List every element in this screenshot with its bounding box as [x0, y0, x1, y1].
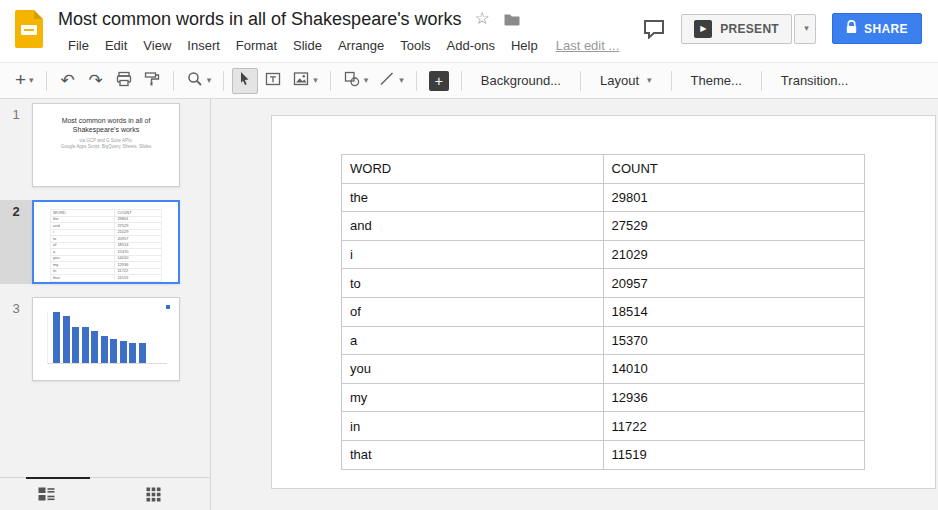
table-row: a15370 — [342, 326, 865, 355]
table-cell[interactable]: to — [342, 269, 604, 298]
table-cell[interactable]: of — [342, 297, 604, 326]
content-area: 1 Most common words in all of Shakespear… — [0, 99, 938, 510]
table-row: of18514 — [342, 297, 865, 326]
table-cell[interactable]: 11722 — [603, 412, 865, 441]
view-switcher-bar — [0, 477, 210, 510]
table-cell[interactable]: 18514 — [603, 297, 865, 326]
menu-view[interactable]: View — [135, 35, 179, 56]
table-cell[interactable]: 27529 — [603, 212, 865, 241]
slide-thumbnail-row-3[interactable]: 3 — [0, 297, 210, 381]
play-icon: ▶ — [694, 20, 712, 38]
chevron-down-icon: ▾ — [804, 24, 809, 33]
transition-button[interactable]: Transition... — [769, 68, 860, 94]
undo-button[interactable]: ↶ — [55, 68, 81, 94]
chart-bar — [101, 336, 108, 363]
last-edit-link[interactable]: Last edit ... — [556, 38, 620, 53]
table-body: the29801and27529i21029to20957of18514a153… — [342, 183, 865, 469]
chevron-down-icon: ▾ — [29, 76, 34, 85]
folder-icon[interactable] — [503, 12, 521, 27]
table-cell[interactable]: that — [342, 440, 604, 469]
table-cell[interactable]: 14010 — [603, 355, 865, 384]
star-icon[interactable]: ☆ — [475, 10, 490, 27]
menu-add-ons[interactable]: Add-ons — [439, 35, 503, 56]
column-header-word[interactable]: WORD — [342, 155, 604, 184]
table-row: to20957 — [342, 269, 865, 298]
slide-1-number: 1 — [0, 103, 32, 187]
theme-button[interactable]: Theme... — [679, 68, 754, 94]
menu-slide[interactable]: Slide — [285, 35, 330, 56]
word-count-table[interactable]: WORD COUNT the29801and27529i21029to20957… — [341, 154, 865, 470]
slide-2-thumbnail[interactable]: WORD COUNT the29801and27529i21029to20957… — [32, 200, 180, 284]
print-button[interactable] — [111, 68, 137, 94]
share-label: SHARE — [864, 22, 908, 36]
select-tool-button[interactable] — [232, 68, 258, 94]
slides-logo[interactable] — [15, 10, 43, 48]
table-cell[interactable]: in — [342, 412, 604, 441]
filmstrip-view-button[interactable] — [38, 487, 55, 505]
cursor-icon — [236, 70, 254, 92]
menu-help[interactable]: Help — [503, 35, 546, 56]
table-cell[interactable]: 20957 — [603, 269, 865, 298]
layout-label: Layout — [600, 73, 639, 88]
menu-arrange[interactable]: Arrange — [330, 35, 392, 56]
table-cell[interactable]: a — [342, 326, 604, 355]
table-cell[interactable]: you — [342, 355, 604, 384]
column-header-count[interactable]: COUNT — [603, 155, 865, 184]
shape-tool-button[interactable]: ▾ — [339, 68, 373, 94]
undo-icon: ↶ — [61, 72, 75, 89]
table-cell[interactable]: and — [342, 212, 604, 241]
slide-3-number: 3 — [0, 297, 32, 381]
table-cell[interactable]: 21029 — [603, 240, 865, 269]
plus-icon: + — [15, 70, 26, 89]
text-box-button[interactable] — [260, 68, 286, 94]
current-slide[interactable]: WORD COUNT the29801and27529i21029to20957… — [271, 115, 936, 489]
table-cell[interactable]: 12936 — [603, 383, 865, 412]
lock-icon — [846, 20, 857, 37]
menu-file[interactable]: File — [60, 35, 97, 56]
new-slide-button[interactable]: + ▾ — [11, 68, 38, 94]
slide-3-thumbnail[interactable] — [32, 297, 180, 381]
line-tool-button[interactable]: ▾ — [374, 68, 408, 94]
slide-1-thumbnail[interactable]: Most common words in all of Shakespeare'… — [32, 103, 180, 187]
slide-thumbnail-row-2[interactable]: 2 WORD COUNT the29801and27529i21029to209… — [0, 200, 210, 284]
background-button[interactable]: Background... — [469, 68, 573, 94]
table-cell[interactable]: 15370 — [603, 326, 865, 355]
table-row: my12936 — [342, 383, 865, 412]
table-cell[interactable]: the — [342, 183, 604, 212]
present-options-button[interactable]: ▾ — [794, 14, 816, 44]
filmstrip-view-icon — [38, 487, 55, 504]
menu-bar: File Edit View Insert Format Slide Arran… — [60, 35, 619, 56]
zoom-button[interactable]: ▾ — [182, 68, 216, 94]
insert-comment-button[interactable]: + — [425, 68, 453, 94]
document-title[interactable]: Most common words in all of Shakespeare'… — [58, 9, 462, 30]
slides-logo-sheet — [21, 25, 37, 35]
insert-image-button[interactable]: ▾ — [288, 68, 322, 94]
chevron-down-icon: ▾ — [207, 76, 212, 85]
menu-edit[interactable]: Edit — [97, 35, 135, 56]
magnifier-icon — [186, 70, 204, 92]
chart-legend-dot — [166, 305, 170, 309]
redo-icon: ↷ — [89, 72, 103, 89]
redo-button[interactable]: ↷ — [83, 68, 109, 94]
comments-button[interactable] — [643, 19, 665, 39]
present-button[interactable]: ▶ PRESENT — [681, 14, 792, 44]
text-box-icon — [264, 70, 282, 92]
table-cell[interactable]: 11519 — [603, 440, 865, 469]
grid-view-button[interactable] — [146, 487, 161, 506]
table-cell[interactable]: my — [342, 383, 604, 412]
menu-format[interactable]: Format — [228, 35, 285, 56]
table-row: and27529 — [342, 212, 865, 241]
thumbnail-table: WORD COUNT the29801and27529i21029to20957… — [50, 209, 162, 282]
toolbar: + ▾ ↶ ↷ ▾ — [0, 62, 938, 99]
toolbar-separator — [461, 71, 462, 91]
table-cell[interactable]: 29801 — [603, 183, 865, 212]
share-button[interactable]: SHARE — [832, 13, 922, 44]
paint-format-button[interactable] — [139, 68, 165, 94]
slide-thumbnail-row-1[interactable]: 1 Most common words in all of Shakespear… — [0, 103, 210, 187]
table-row: you14010 — [342, 355, 865, 384]
menu-tools[interactable]: Tools — [392, 35, 438, 56]
table-cell[interactable]: i — [342, 240, 604, 269]
toolbar-separator — [46, 71, 47, 91]
layout-button[interactable]: Layout ▾ — [588, 68, 664, 94]
menu-insert[interactable]: Insert — [179, 35, 228, 56]
